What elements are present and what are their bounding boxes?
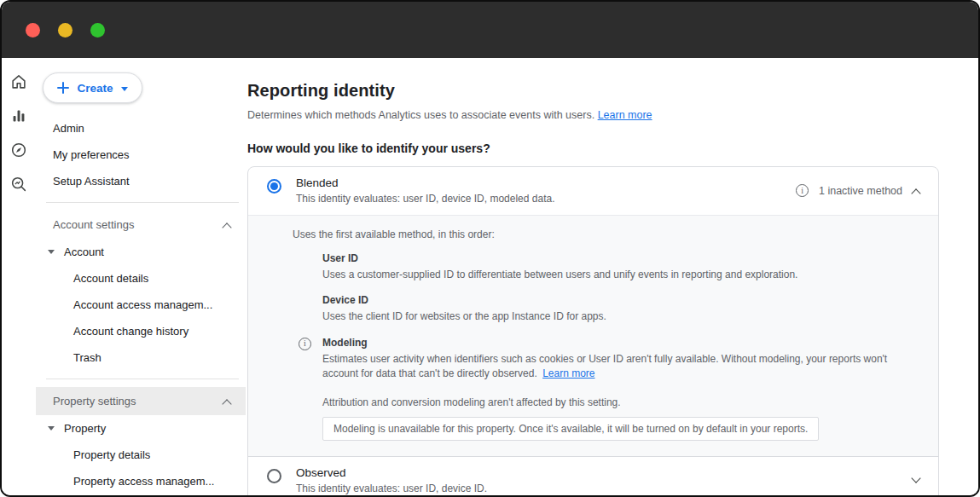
divider xyxy=(46,202,239,203)
method-user-id: User ID Uses a customer-supplied ID to d… xyxy=(322,252,918,282)
collapse-chevron-up-icon[interactable] xyxy=(911,188,920,198)
observed-right xyxy=(913,477,919,483)
divider xyxy=(46,379,239,379)
main-content: Reporting identity Determines which meth… xyxy=(246,58,978,497)
subtitle-learn-more-link[interactable]: Learn more xyxy=(598,109,652,121)
modeling-unavailable-note: Modeling is unavailable for this propert… xyxy=(322,417,819,441)
info-icon[interactable] xyxy=(796,184,809,197)
sidebar-item-account[interactable]: Account xyxy=(36,239,246,265)
method-modeling: Modeling Estimates user activity when id… xyxy=(322,337,918,382)
app-body: Create Admin My preferences Setup Assist… xyxy=(2,58,978,497)
sidebar-item-account-change-history[interactable]: Account change history xyxy=(36,318,246,344)
window-controls xyxy=(26,23,105,38)
expander-triangle-icon[interactable] xyxy=(48,426,55,431)
observed-radio[interactable] xyxy=(267,469,281,483)
method-description: Uses the client ID for websites or the a… xyxy=(322,309,918,324)
method-description: Uses a customer-supplied ID to different… xyxy=(322,268,918,282)
blended-radio[interactable] xyxy=(267,179,281,194)
info-icon[interactable] xyxy=(299,338,311,350)
blended-text: Blended This identity evaluates: user ID… xyxy=(296,176,555,205)
window-titlebar xyxy=(2,2,978,58)
attribution-note: Attribution and conversion modeling aren… xyxy=(322,396,918,408)
blended-right: 1 inactive method xyxy=(796,184,919,197)
sidebar-item-account-access-management[interactable]: Account access managem... xyxy=(36,292,246,318)
page-subtitle: Determines which methods Analytics uses … xyxy=(247,109,939,121)
section-header-property-settings[interactable]: Property settings xyxy=(36,387,246,415)
property-label: Property xyxy=(64,422,106,435)
app-window: Create Admin My preferences Setup Assist… xyxy=(0,0,980,497)
minimize-window-button[interactable] xyxy=(58,23,72,38)
blended-details: Uses the first available method, in this… xyxy=(248,215,938,456)
zoom-window-button[interactable] xyxy=(90,23,105,38)
blended-label: Blended xyxy=(296,176,555,189)
modeling-learn-more-link[interactable]: Learn more xyxy=(542,367,594,379)
property-settings-label: Property settings xyxy=(53,395,136,407)
identity-question: How would you like to identify your user… xyxy=(247,142,939,155)
sidebar-item-admin[interactable]: Admin xyxy=(36,115,246,142)
advertising-icon[interactable] xyxy=(9,174,29,194)
chevron-up-icon xyxy=(222,399,231,408)
method-name: Device ID xyxy=(322,294,918,306)
expand-chevron-down-icon[interactable] xyxy=(911,473,920,483)
blended-description: This identity evaluates: user ID, device… xyxy=(296,193,555,205)
plus-icon xyxy=(57,82,69,94)
method-description: Estimates user activity when identifiers… xyxy=(322,352,918,382)
sidebar-item-trash[interactable]: Trash xyxy=(36,344,246,371)
sidebar-item-property-access-management[interactable]: Property access managem... xyxy=(36,468,246,494)
inactive-method-note: 1 inactive method xyxy=(819,185,902,197)
chevron-up-icon xyxy=(222,222,231,232)
sidebar-item-property[interactable]: Property xyxy=(36,415,246,442)
nav-rail xyxy=(2,58,36,497)
observed-text: Observed This identity evaluates: user I… xyxy=(296,466,487,494)
method-name: Modeling xyxy=(322,337,918,349)
close-window-button[interactable] xyxy=(26,23,40,38)
option-observed[interactable]: Observed This identity evaluates: user I… xyxy=(248,456,938,497)
option-blended[interactable]: Blended This identity evaluates: user ID… xyxy=(248,167,938,215)
observed-description: This identity evaluates: user ID, device… xyxy=(296,483,487,494)
method-name: User ID xyxy=(322,252,918,264)
sidebar-item-property-details[interactable]: Property details xyxy=(36,442,246,468)
observed-label: Observed xyxy=(296,466,487,479)
method-device-id: Device ID Uses the client ID for website… xyxy=(322,294,918,324)
section-header-account-settings[interactable]: Account settings xyxy=(36,211,246,239)
create-button[interactable]: Create xyxy=(43,72,142,103)
sidebar-item-setup-assistant[interactable]: Setup Assistant xyxy=(36,168,246,194)
identity-options-card: Blended This identity evaluates: user ID… xyxy=(247,166,939,497)
page-title: Reporting identity xyxy=(247,81,939,101)
details-intro: Uses the first available method, in this… xyxy=(293,228,918,240)
account-settings-label: Account settings xyxy=(53,218,134,231)
create-button-label: Create xyxy=(77,82,113,95)
home-icon[interactable] xyxy=(9,72,29,92)
sidebar-item-account-details[interactable]: Account details xyxy=(36,265,246,292)
explore-icon[interactable] xyxy=(9,140,29,160)
admin-sidebar: Create Admin My preferences Setup Assist… xyxy=(36,58,246,497)
account-label: Account xyxy=(64,246,104,258)
reports-icon[interactable] xyxy=(9,106,29,126)
sidebar-item-my-preferences[interactable]: My preferences xyxy=(36,142,246,168)
expander-triangle-icon[interactable] xyxy=(48,250,55,254)
caret-down-icon xyxy=(121,87,128,91)
